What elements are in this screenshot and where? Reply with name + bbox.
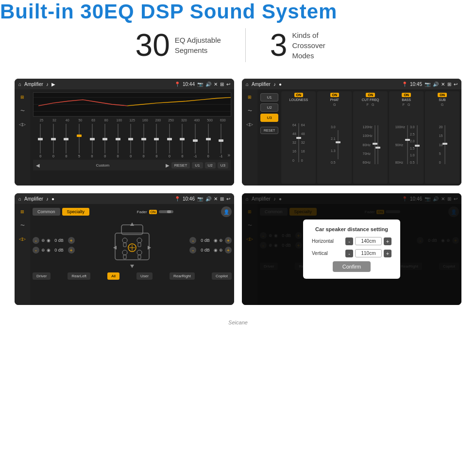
dot-icon: ●: [279, 82, 282, 87]
wave-icon-3[interactable]: 〜: [17, 221, 27, 229]
wave-icon-2[interactable]: 〜: [245, 107, 255, 115]
eq-slider-9[interactable]: 0: [150, 124, 163, 158]
vertical-plus[interactable]: +: [384, 250, 391, 257]
sub-slider[interactable]: 20151050: [439, 107, 446, 182]
eq-slider-5[interactable]: 0: [99, 124, 112, 158]
eq-slider-0[interactable]: 0: [34, 124, 47, 158]
eq-play-fwd[interactable]: ▶: [166, 163, 170, 168]
eq-icon[interactable]: ⊞: [17, 93, 27, 101]
dialog-vertical-row: Vertical - 110cm +: [312, 249, 391, 257]
horizontal-minus[interactable]: -: [345, 237, 353, 245]
eq-slider-12[interactable]: -1: [189, 124, 202, 158]
confirm-button[interactable]: Confirm: [333, 261, 371, 272]
fader-slider[interactable]: [159, 210, 173, 213]
screen-crossover: ⌂ Amplifier ♪ ● 📍 10:45 📷 🔊 ✕ ⊞ ↩ ⊞ 〜 ◁▷: [242, 79, 461, 186]
screenshots-grid: ⌂ Amplifier ♪ ▶ 📍 10:44 📷 🔊 ✕ ⊞ ↩ ⊞ 〜 ◁▷: [0, 74, 476, 320]
cutfreq-labels: FG: [367, 103, 374, 106]
home-icon[interactable]: ⌂: [18, 82, 21, 87]
all-btn[interactable]: All: [107, 272, 119, 280]
horizontal-plus[interactable]: +: [384, 237, 391, 245]
svg-rect-12: [123, 255, 126, 259]
eq-slider-6[interactable]: 0: [111, 124, 124, 158]
eq-slider-10[interactable]: 0: [163, 124, 176, 158]
svg-point-11: [137, 250, 142, 255]
stat-eq-label: EQ AdjustableSegments: [175, 35, 221, 55]
left-bottom-plus[interactable]: +: [68, 247, 75, 253]
freq-32: 32: [48, 118, 61, 122]
wave-icon[interactable]: 〜: [17, 107, 27, 115]
left-speakers: - ⊕ ◉ 0 dB + - ⊕ ◉ 0 dB +: [33, 237, 75, 253]
back-icon-3[interactable]: ↩: [226, 196, 230, 202]
back-icon[interactable]: ↩: [226, 82, 230, 87]
eq-slider-2[interactable]: 0: [60, 124, 73, 158]
close-icon-2[interactable]: ✕: [441, 82, 445, 87]
cutfreq-slider[interactable]: 120Hz100Hz80Hz70Hz60Hz: [363, 107, 378, 182]
close-icon[interactable]: ✕: [214, 82, 218, 87]
u2-btn[interactable]: U2: [205, 162, 216, 169]
eq-slider-13[interactable]: 0: [202, 124, 215, 158]
preset-u2[interactable]: U2: [260, 103, 278, 112]
close-icon-3[interactable]: ✕: [214, 196, 218, 202]
common-tab[interactable]: Common: [33, 208, 60, 216]
eq-slider-8[interactable]: 0: [137, 124, 151, 158]
speaker-icon[interactable]: ◁▷: [17, 120, 27, 128]
eq-play-back[interactable]: ◀: [36, 163, 40, 168]
specialty-tab[interactable]: Specialty: [62, 208, 90, 216]
eq-slider-14[interactable]: -1: [215, 124, 228, 158]
right-bottom-minus[interactable]: -: [189, 247, 196, 253]
left-bottom-minus[interactable]: -: [33, 247, 39, 253]
channel-label-bass: BASS: [402, 98, 411, 101]
preset-u1[interactable]: U1: [260, 93, 278, 101]
eq-slider-4[interactable]: 0: [85, 124, 99, 158]
eq-main: 25 32 40 50 63 80 100 125 160 200 250 32…: [30, 89, 234, 186]
speaker-icon-3[interactable]: ◁▷: [17, 235, 27, 243]
preset-u3[interactable]: U3: [260, 114, 278, 122]
time-specialty: 10:46: [183, 196, 195, 202]
driver-btn[interactable]: Driver: [33, 272, 51, 280]
phat-slider[interactable]: 3.02.11.30.5: [331, 107, 339, 182]
eq-slider-3[interactable]: 5: [73, 124, 86, 158]
stat-eq: 30 EQ AdjustableSegments: [111, 30, 245, 61]
back-icon-2[interactable]: ↩: [454, 82, 458, 87]
right-bottom-plus[interactable]: +: [225, 247, 232, 253]
eq-slider-11[interactable]: 0: [176, 124, 189, 158]
left-top-minus[interactable]: -: [33, 237, 39, 244]
speaker-icon-2[interactable]: ◁▷: [245, 120, 255, 128]
on-badge-sub: ON: [438, 93, 447, 97]
user-icon[interactable]: 👤: [221, 206, 232, 217]
right-top-plus[interactable]: +: [225, 237, 232, 244]
home-icon-2[interactable]: ⌂: [246, 82, 249, 87]
dialog-overlay: Car speaker distance setting Horizontal …: [242, 193, 461, 305]
phat-track: [338, 130, 339, 159]
right-top-minus[interactable]: -: [189, 237, 196, 244]
cutfreq-track: [374, 125, 375, 164]
bass-slider[interactable]: 100Hz90Hz80Hz 3.02.52.01.51.00.5: [395, 107, 418, 182]
eq-sliders: 0 0 0 5 0 0 0 0 0 0 0 0 -1 0 -1 »: [33, 124, 231, 158]
eq-icon-3[interactable]: ⊞: [17, 208, 27, 216]
crossover-channels: ON LOUDNESS 644832160 644832160: [281, 91, 459, 184]
eq-slider-1[interactable]: 0: [47, 124, 60, 158]
channel-label-sub: SUB: [439, 98, 445, 101]
loudness-slider[interactable]: 644832160 644832160: [292, 103, 305, 182]
eq-icon-2[interactable]: ⊞: [245, 93, 255, 101]
specialty-status-left: ⌂ Amplifier ♪ ●: [18, 196, 54, 202]
rearright-btn[interactable]: RearRight: [170, 272, 195, 280]
eq-slider-7[interactable]: 0: [124, 124, 137, 158]
freq-80: 80: [100, 118, 113, 122]
reset-btn[interactable]: RESET: [171, 162, 190, 169]
rearleft-btn[interactable]: RearLeft: [68, 272, 90, 280]
bottom-btns: Driver RearLeft All User RearRight Copil…: [33, 272, 232, 280]
left-top-plus[interactable]: +: [68, 237, 75, 244]
vertical-minus[interactable]: -: [345, 250, 353, 257]
vertical-value: 110cm: [355, 249, 382, 257]
reset-crossover-btn[interactable]: RESET: [260, 127, 278, 134]
freq-160: 160: [138, 118, 152, 122]
copilot-btn[interactable]: Copilot: [212, 272, 232, 280]
music-icon-3: ♪: [46, 196, 49, 202]
user-btn[interactable]: User: [136, 272, 153, 280]
page-title: Built-in 30EQ DSP Sound System: [0, 0, 476, 23]
home-icon-3[interactable]: ⌂: [18, 196, 21, 202]
u1-btn[interactable]: U1: [192, 162, 203, 169]
eq-bottom-bar: ◀ Custom ▶ RESET U1 U2 U3: [33, 160, 231, 170]
u3-btn[interactable]: U3: [218, 162, 228, 169]
